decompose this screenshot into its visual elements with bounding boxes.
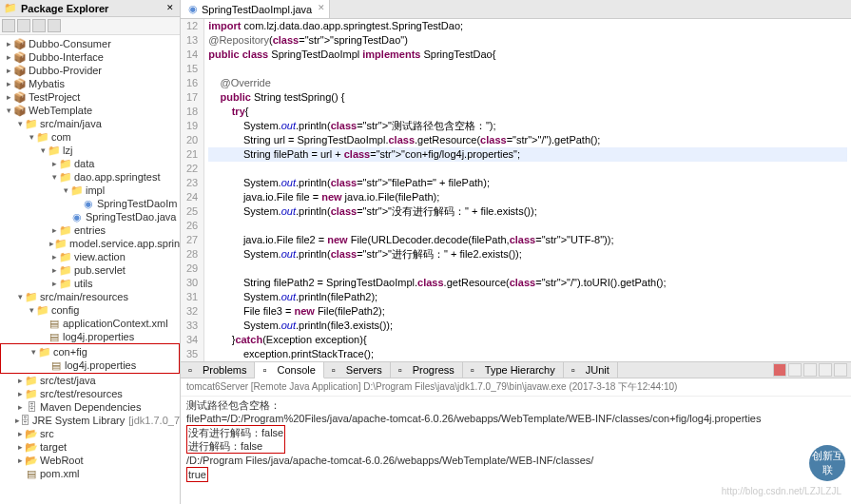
tab-junit[interactable]: ▫JUnit [564, 362, 618, 378]
code-line[interactable]: @Override [208, 76, 847, 90]
view-menu-button[interactable] [48, 19, 61, 32]
code-line[interactable]: public String testSpring() { [208, 90, 847, 105]
tree-row[interactable]: ▸📁entries [0, 223, 180, 237]
code-line[interactable]: try{ [208, 105, 847, 119]
tree-row[interactable]: ▸📁src/test/java [0, 374, 180, 387]
code-line[interactable]: File file3 = new File(filePath2); [208, 304, 847, 319]
tab-problems[interactable]: ▫Problems [181, 362, 255, 378]
twisty-icon[interactable]: ▾ [27, 132, 36, 142]
tab-type-hierarchy[interactable]: ▫Type Hierarchy [463, 362, 564, 378]
project-tree[interactable]: ▸📦Dubbo-Consumer▸📦Dubbo-Interface▸📦Dubbo… [0, 35, 180, 504]
code-line[interactable] [208, 219, 847, 233]
tree-row[interactable]: ▤applicationContext.xml [0, 317, 180, 330]
terminate-button[interactable] [773, 363, 786, 377]
tree-row[interactable]: ▾📁config [0, 303, 180, 317]
tree-row[interactable]: ▤log4j.properties [0, 330, 180, 343]
twisty-icon[interactable]: ▸ [15, 456, 25, 465]
tree-row[interactable]: ▾📁con+fig [2, 345, 178, 359]
close-icon[interactable]: ✕ [318, 3, 325, 12]
code-line[interactable]: System.out.println(class="str">"没有进行解码："… [208, 204, 847, 219]
clear-console-button[interactable] [803, 363, 817, 377]
tree-row[interactable]: ▾📁impl [0, 184, 180, 197]
tree-row[interactable]: ▾📦WebTemplate [0, 104, 180, 117]
tree-row[interactable]: ▸📦TestProject [0, 90, 180, 104]
code-line[interactable] [208, 62, 847, 76]
tree-row[interactable]: ▤log4j.properties [2, 359, 178, 372]
twisty-icon[interactable]: ▾ [15, 292, 25, 301]
twisty-icon[interactable]: ▾ [29, 347, 38, 357]
link-editor-button[interactable] [17, 19, 30, 32]
code-line[interactable]: System.out.println(filePath2); [208, 290, 847, 304]
twisty-icon[interactable]: ▸ [49, 279, 59, 288]
tree-row[interactable]: ▾📁src/main/java [0, 117, 180, 130]
tree-row[interactable]: ▾📁lzj [0, 144, 180, 157]
code-line[interactable]: System.out.println(class="str">"测试路径包含空格… [208, 119, 847, 133]
tree-row[interactable]: ▾📁dao.app.springtest [0, 170, 180, 184]
code-line[interactable]: import com.lzj.data.dao.app.springtest.S… [208, 19, 847, 33]
tree-row[interactable]: ▸📁model.service.app.spring [0, 237, 180, 250]
code-line[interactable]: String filePath2 = SpringTestDaoImpl.cla… [208, 276, 847, 290]
twisty-icon[interactable]: ▸ [15, 389, 25, 398]
code-line[interactable]: exception.printStackTrace(); [208, 347, 847, 361]
code-line[interactable]: System.out.println(file3.exists()); [208, 319, 847, 333]
code-editor[interactable]: 1213141516171819202122232425262728293031… [181, 19, 851, 361]
twisty-icon[interactable]: ▸ [49, 225, 59, 235]
twisty-icon[interactable]: ▾ [15, 119, 25, 128]
twisty-icon[interactable]: ▸ [49, 252, 59, 262]
twisty-icon[interactable]: ▸ [4, 39, 13, 48]
tree-row[interactable]: ▸📁src/test/resources [0, 387, 180, 400]
code-line[interactable]: String filePath = url + class="str">"con… [208, 147, 847, 162]
focus-button[interactable] [32, 19, 46, 32]
code-line[interactable]: java.io.File file = new java.io.File(fil… [208, 190, 847, 204]
tree-row[interactable]: ▸🗄JRE System Library[jdk1.7.0_79] [0, 414, 180, 427]
tab-console[interactable]: ▫Console [255, 362, 323, 378]
code-body[interactable]: import com.lzj.data.dao.app.springtest.S… [204, 19, 851, 361]
tree-row[interactable]: ▸📦Dubbo-Consumer [0, 37, 180, 50]
tree-row[interactable]: ▸📁view.action [0, 250, 180, 263]
twisty-icon[interactable]: ▸ [15, 429, 25, 438]
twisty-icon[interactable]: ▸ [15, 442, 25, 452]
tree-row[interactable]: ▾📁src/main/resources [0, 290, 180, 303]
twisty-icon[interactable]: ▾ [4, 106, 13, 115]
twisty-icon[interactable]: ▸ [49, 159, 59, 168]
twisty-icon[interactable]: ▸ [4, 92, 13, 102]
tree-row[interactable]: ▸📦Mybatis [0, 77, 180, 90]
editor-tab[interactable]: ◉ SpringTestDaoImpl.java ✕ [181, 0, 330, 18]
code-line[interactable]: }catch(Exception exception){ [208, 333, 847, 347]
tree-row[interactable]: ◉SpringTestDaoIm [0, 197, 180, 210]
twisty-icon[interactable]: ▸ [4, 66, 13, 75]
scroll-lock-button[interactable] [819, 363, 832, 377]
tree-row[interactable]: ▸📂src [0, 427, 180, 440]
collapse-all-button[interactable] [2, 19, 15, 32]
twisty-icon[interactable]: ▾ [61, 185, 70, 195]
twisty-icon[interactable]: ▸ [4, 79, 13, 88]
tree-row[interactable]: ▤pom.xml [0, 467, 180, 480]
tab-progress[interactable]: ▫Progress [391, 362, 463, 378]
tree-row[interactable]: ▾📁com [0, 130, 180, 144]
tree-row[interactable]: ◉SpringTestDao.java [0, 210, 180, 223]
tree-row[interactable]: ▸📁utils [0, 277, 180, 290]
code-line[interactable]: System.out.println(class="str">"进行解码：" +… [208, 247, 847, 262]
twisty-icon[interactable]: ▸ [4, 52, 13, 62]
code-line[interactable]: @Repository(class="str">"springTestDao") [208, 33, 847, 48]
code-line[interactable]: System.out.println(class="str">"filePath… [208, 176, 847, 190]
twisty-icon[interactable]: ▸ [15, 402, 25, 412]
code-line[interactable]: public class SpringTestDaoImpl implement… [208, 48, 847, 62]
twisty-icon[interactable]: ▾ [49, 172, 59, 182]
tree-row[interactable]: ▸📦Dubbo-Provider [0, 64, 180, 77]
code-line[interactable]: String url = SpringTestDaoImpl.class.get… [208, 133, 847, 147]
tree-row[interactable]: ▸📂target [0, 440, 180, 454]
code-line[interactable] [208, 262, 847, 276]
twisty-icon[interactable]: ▸ [15, 376, 25, 385]
twisty-icon[interactable]: ▸ [49, 265, 59, 275]
twisty-icon[interactable]: ▾ [27, 305, 36, 315]
tree-row[interactable]: ▸📁data [0, 157, 180, 170]
remove-all-button[interactable] [788, 363, 802, 377]
twisty-icon[interactable]: ▾ [38, 145, 48, 155]
tree-row[interactable]: ▸📁pub.servlet [0, 263, 180, 277]
tree-row[interactable]: ▸📂WebRoot [0, 454, 180, 467]
pin-console-button[interactable] [834, 363, 847, 377]
tree-row[interactable]: ▸📦Dubbo-Interface [0, 50, 180, 64]
code-line[interactable] [208, 162, 847, 176]
tree-row[interactable]: ▸🗄Maven Dependencies [0, 400, 180, 414]
